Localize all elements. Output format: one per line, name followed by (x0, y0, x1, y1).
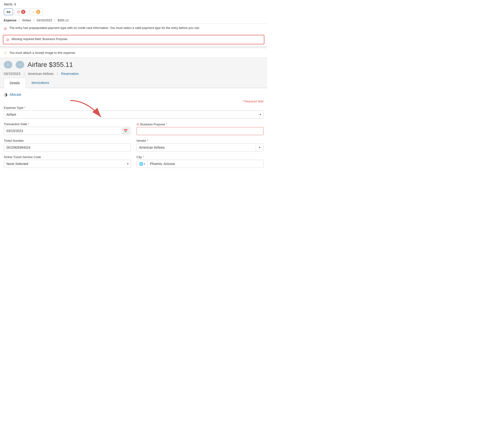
error-circle-icon: ⊘ (17, 10, 20, 14)
airline-code-group: Airline Travel Service Code None Selecte… (4, 155, 131, 168)
vendor-group: Vendor * ▾ (137, 139, 264, 152)
city-group: City * 🌐 ▾ (137, 155, 264, 168)
alert-message-1: ⊘ The entry has prepopulated payment typ… (0, 24, 267, 33)
nav-prev-button[interactable]: ← (4, 61, 12, 69)
business-purpose-label: ⊘ Business Purpose * (137, 122, 264, 126)
tabs-container: Details Itemizations (0, 78, 267, 88)
error-icon-2: ⊘ (6, 37, 9, 42)
expense-type-required: * (24, 106, 25, 110)
tab-details[interactable]: Details (4, 78, 26, 88)
vendor-required: * (147, 139, 148, 143)
expense-title: Airfare $355.11 (27, 61, 73, 69)
transaction-date-input-wrapper: 📅 (4, 127, 131, 135)
expense-type-group: Expense Type * Airfare ▾ (4, 106, 263, 119)
reservation-link[interactable]: Reservation (61, 72, 79, 76)
airline-code-select-wrapper: None Selected ▾ (4, 160, 131, 168)
required-star: * (242, 100, 244, 103)
ticket-number-input[interactable] (4, 144, 131, 152)
transaction-date-required: * (28, 122, 29, 126)
tab-warnings[interactable]: ⚠ 2 (29, 8, 43, 15)
city-input-wrapper: 🌐 ▾ (137, 160, 264, 168)
breadcrumb: Expense | Airfare | 03/15/2023 | $355.11 (0, 17, 267, 24)
allocate-link[interactable]: Allocate (9, 93, 21, 96)
vendor-select-wrapper: ▾ (137, 144, 264, 152)
expense-meta: 03/15/2023 | American Airlines | Reserva… (0, 71, 267, 78)
tab-itemizations[interactable]: Itemizations (26, 78, 55, 88)
form-grid: Expense Type * Airfare ▾ Transaction Dat… (4, 106, 263, 172)
city-input[interactable] (148, 160, 263, 168)
expense-type-select[interactable]: Airfare (4, 111, 263, 119)
business-purpose-group: ⊘ Business Purpose * (137, 122, 264, 135)
allocate-icon: ◑ (4, 92, 8, 97)
alert-tabs: All ⊘ 2 ⚠ 2 (0, 8, 267, 17)
transaction-date-group: Transaction Date * 📅 (4, 122, 131, 135)
alert-warning-message: ⚠ You must attach a receipt image to thi… (0, 48, 267, 58)
warning-triangle-icon: ⚠ (32, 10, 35, 14)
vendor-label: Vendor * (137, 139, 264, 143)
globe-button[interactable]: 🌐 ▾ (137, 160, 148, 168)
airline-code-label: Airline Travel Service Code (4, 155, 131, 159)
warning-icon: ⚠ (4, 50, 7, 55)
business-purpose-input[interactable] (137, 127, 264, 135)
alert-message-2: ⊘ Missing required field: Business Purpo… (3, 35, 264, 44)
expense-type-label: Expense Type * (4, 106, 263, 110)
globe-icon: 🌐 (139, 162, 143, 166)
expense-date: 03/15/2023 (4, 72, 20, 76)
city-label: City * (137, 155, 264, 159)
nav-next-button[interactable]: → (16, 61, 24, 69)
form-section: ◑ Allocate * Required field Expense Type… (0, 88, 267, 176)
required-note: * Required field (4, 100, 263, 103)
calendar-button[interactable]: 📅 (122, 128, 130, 134)
business-purpose-required: * (166, 123, 167, 126)
ticket-number-label: Ticket Number (4, 139, 131, 143)
vendor-input[interactable] (137, 144, 256, 151)
allocate-row: ◑ Allocate (4, 92, 263, 97)
business-purpose-error-icon: ⊘ (137, 122, 139, 126)
expense-vendor: American Airlines (28, 72, 54, 76)
expense-header: ← → Airfare $355.11 (0, 58, 267, 71)
transaction-date-label: Transaction Date * (4, 122, 131, 126)
globe-chevron-icon: ▾ (144, 163, 145, 165)
tab-errors[interactable]: ⊘ 2 (15, 8, 28, 15)
airline-code-select[interactable]: None Selected (4, 160, 131, 168)
tab-all[interactable]: All (4, 8, 13, 15)
expense-type-select-wrapper: Airfare ▾ (4, 111, 263, 119)
ticket-number-group: Ticket Number (4, 139, 131, 152)
vendor-chevron-button[interactable]: ▾ (256, 144, 263, 151)
error-icon-1: ⊘ (4, 26, 7, 31)
alerts-header: Alerts: 4 (0, 0, 267, 8)
transaction-date-input[interactable] (4, 127, 131, 135)
city-required: * (143, 155, 144, 159)
